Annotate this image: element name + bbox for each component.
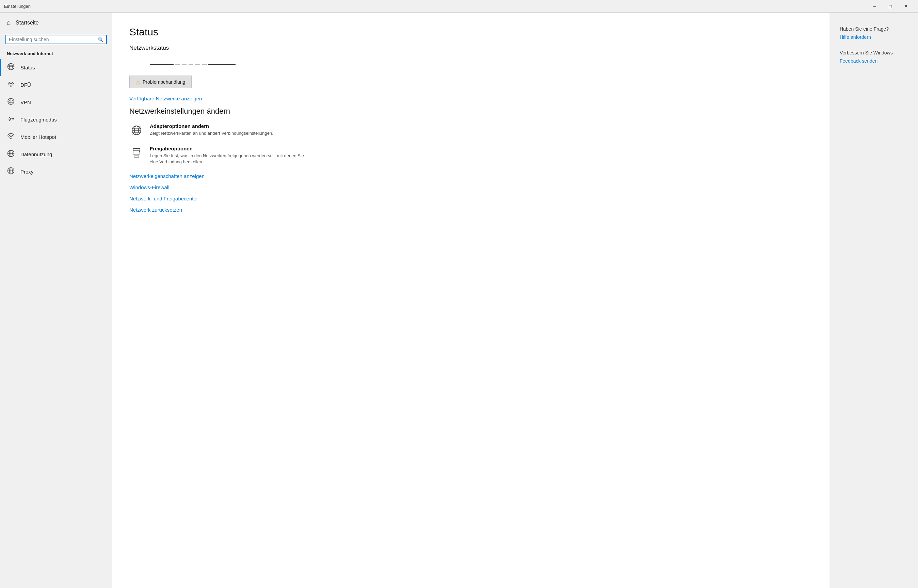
network-dash-4 <box>196 64 200 65</box>
network-dash-3 <box>189 64 193 65</box>
network-reset-link[interactable]: Netzwerk zurücksetzen <box>129 207 813 213</box>
search-input[interactable] <box>9 37 98 42</box>
window-controls: – ◻ ✕ <box>867 1 914 11</box>
network-dash-2 <box>182 64 186 65</box>
maximize-button[interactable]: ◻ <box>882 1 898 11</box>
warning-icon: △ <box>136 79 140 85</box>
sidebar-item-proxy-label: Proxy <box>20 169 33 174</box>
flugzeugmodus-icon <box>7 115 15 124</box>
right-panel: Haben Sie eine Frage? Hilfe anfordern Ve… <box>829 13 918 588</box>
sidebar-home-label: Startseite <box>16 20 39 26</box>
change-settings-heading: Netzwerkeinstellungen ändern <box>129 107 813 116</box>
sidebar-item-flugzeugmodus-label: Flugzeugmodus <box>20 117 57 123</box>
sidebar-item-datennutzung[interactable]: Datennutzung <box>0 145 112 163</box>
network-dash-1 <box>175 64 180 65</box>
minimize-button[interactable]: – <box>867 1 882 11</box>
sharing-options-item: Freigabeoptionen Legen Sie fest, was in … <box>129 145 813 165</box>
network-properties-link[interactable]: Netzwerkeigenschaften anzeigen <box>129 173 813 179</box>
sidebar-item-mobiler-hotspot[interactable]: Mobiler Hotspot <box>0 128 112 145</box>
sidebar-section-title: Netzwerk und Internet <box>0 49 112 59</box>
svg-rect-24 <box>133 151 140 154</box>
search-box[interactable]: 🔍 <box>5 35 107 44</box>
sidebar-item-status-label: Status <box>20 65 35 70</box>
windows-firewall-link[interactable]: Windows-Firewall <box>129 184 813 190</box>
sidebar-item-proxy[interactable]: Proxy <box>0 163 112 180</box>
svg-point-27 <box>139 151 140 152</box>
help-link[interactable]: Hilfe anfordern <box>840 34 908 40</box>
search-icon: 🔍 <box>98 37 103 42</box>
adapter-options-desc: Zeigt Netzwerkkarten an und ändert Verbi… <box>150 130 273 136</box>
bottom-links: Netzwerkeigenschaften anzeigen Windows-F… <box>129 173 813 213</box>
network-dashes <box>175 64 207 65</box>
sidebar-item-vpn[interactable]: VPN <box>0 94 112 111</box>
vpn-icon <box>7 98 15 107</box>
close-button[interactable]: ✕ <box>898 1 914 11</box>
svg-point-8 <box>10 138 11 139</box>
network-status-label: Netzwerkstatus <box>129 45 813 52</box>
dfu-icon <box>7 80 15 89</box>
troubleshoot-button[interactable]: △ Problembehandlung <box>129 76 192 88</box>
troubleshoot-label: Problembehandlung <box>142 79 185 85</box>
feedback-link[interactable]: Feedback senden <box>840 58 908 64</box>
network-dash-5 <box>202 64 207 65</box>
svg-point-5 <box>10 86 11 87</box>
sharing-options-desc: Legen Sie fest, was in den Netzwerken fr… <box>150 153 313 165</box>
sidebar-item-flugzeugmodus[interactable]: Flugzeugmodus <box>0 111 112 128</box>
help-heading: Haben Sie eine Frage? <box>840 26 908 32</box>
datennutzung-icon <box>7 150 15 159</box>
adapter-options-icon <box>129 123 144 137</box>
sidebar-item-vpn-label: VPN <box>20 99 31 105</box>
sidebar-item-status[interactable]: Status <box>0 59 112 76</box>
network-line-right <box>208 64 236 65</box>
sidebar-item-datennutzung-label: Datennutzung <box>20 152 52 157</box>
page-title: Status <box>129 26 813 38</box>
content-area: Status Netzwerkstatus △ Problembehandlun… <box>112 13 829 588</box>
sidebar: ⌂ Startseite 🔍 Netzwerk und Internet <box>0 13 112 588</box>
sharing-options-title: Freigabeoptionen <box>150 145 313 152</box>
home-icon: ⌂ <box>7 19 11 27</box>
main-window: ⌂ Startseite 🔍 Netzwerk und Internet <box>0 12 918 588</box>
title-bar: Einstellungen – ◻ ✕ <box>0 0 918 12</box>
proxy-icon <box>7 167 15 176</box>
sidebar-item-dfu-label: DFÜ <box>20 82 31 88</box>
sidebar-item-dfu[interactable]: DFÜ <box>0 76 112 94</box>
status-icon <box>7 63 15 72</box>
improve-section: Verbessern Sie Windows Feedback senden <box>840 50 908 64</box>
sidebar-item-mobiler-hotspot-label: Mobiler Hotspot <box>20 134 56 140</box>
network-sharing-center-link[interactable]: Netzwerk- und Freigabecenter <box>129 195 813 202</box>
network-line-left <box>150 64 174 65</box>
available-networks-link[interactable]: Verfügbare Netzwerke anzeigen <box>129 95 813 102</box>
sharing-options-text: Freigabeoptionen Legen Sie fest, was in … <box>150 145 313 165</box>
adapter-options-title: Adapteroptionen ändern <box>150 123 273 129</box>
adapter-options-item: Adapteroptionen ändern Zeigt Netzwerkkar… <box>129 123 813 137</box>
sidebar-item-home[interactable]: ⌂ Startseite <box>0 13 112 33</box>
help-section: Haben Sie eine Frage? Hilfe anfordern <box>840 26 908 40</box>
improve-heading: Verbessern Sie Windows <box>840 50 908 55</box>
mobiler-hotspot-icon <box>7 132 15 142</box>
adapter-options-text: Adapteroptionen ändern Zeigt Netzwerkkar… <box>150 123 273 136</box>
network-diagram <box>129 58 813 76</box>
window-title: Einstellungen <box>4 4 31 9</box>
sharing-options-icon <box>129 145 144 160</box>
